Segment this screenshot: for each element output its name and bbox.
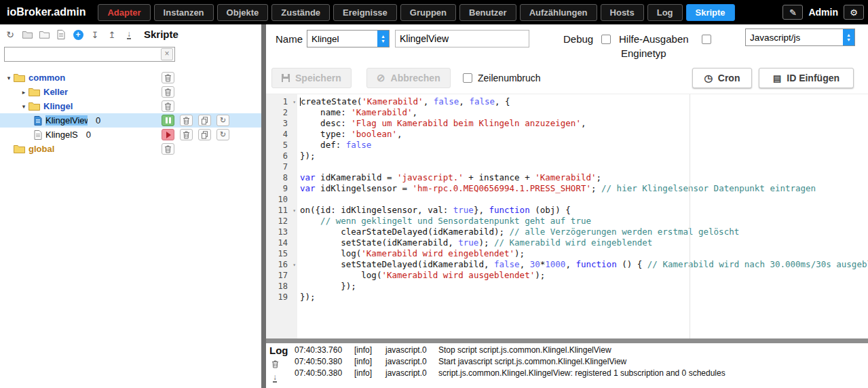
tree-item-klingel[interactable]: ▾Klingel xyxy=(0,99,261,113)
tree-item-klingelview[interactable]: KlingelView0↻ xyxy=(0,113,261,128)
import-icon[interactable]: ↥ xyxy=(105,28,119,41)
line-number[interactable]: 14 xyxy=(266,237,297,248)
new-script-icon[interactable] xyxy=(54,28,69,41)
collapse-arrow-icon[interactable]: ▾ xyxy=(4,75,14,81)
code-line[interactable]: }); xyxy=(300,292,868,303)
trash-button[interactable] xyxy=(162,72,174,83)
trash-button[interactable] xyxy=(162,86,174,98)
line-number[interactable]: 1▾ xyxy=(266,96,297,107)
log-entry[interactable]: 07:40:50.380[info]javascript.0Start java… xyxy=(295,356,868,368)
code-line[interactable]: var idKamerabild = 'javascript.' + insta… xyxy=(300,172,868,183)
code-line[interactable]: }); xyxy=(300,281,868,292)
fold-arrow-icon[interactable]: ▾ xyxy=(293,206,296,216)
download-log-icon[interactable]: ↓ xyxy=(273,374,277,383)
line-number[interactable]: 3 xyxy=(266,118,297,129)
line-number-gutter[interactable]: 1▾234567891011▾1213141516▾171819 xyxy=(266,94,297,338)
expand-arrow-icon[interactable]: ▸ xyxy=(19,89,29,96)
folder-select[interactable]: Klingel ▲▼ xyxy=(307,30,390,47)
settings-button[interactable]: ⚙ xyxy=(844,5,864,20)
code-line[interactable]: var idKlingelsensor = 'hm-rpc.0.MEQ06569… xyxy=(300,183,868,194)
line-number[interactable]: 10 xyxy=(266,194,297,205)
line-number[interactable]: 12 xyxy=(266,216,297,227)
tab-adapter[interactable]: Adapter xyxy=(98,4,150,21)
expand-all-icon[interactable] xyxy=(37,28,52,41)
tab-hosts[interactable]: Hosts xyxy=(601,4,644,21)
refresh-icon[interactable]: ↻ xyxy=(3,28,18,41)
tree-item-klingels[interactable]: KlingelS0↻ xyxy=(0,128,261,142)
save-button[interactable]: Speichern xyxy=(271,68,352,88)
tab-log[interactable]: Log xyxy=(647,4,683,21)
tab-gruppen[interactable]: Gruppen xyxy=(400,4,456,21)
select-spinner-icon[interactable]: ▲▼ xyxy=(843,29,854,45)
engine-select[interactable]: Javascript/js ▲▼ xyxy=(745,28,855,46)
copy-button[interactable] xyxy=(198,115,211,126)
line-number[interactable]: 6 xyxy=(266,151,297,161)
tree-item-global[interactable]: global xyxy=(0,142,261,156)
line-number[interactable]: 19 xyxy=(266,292,297,303)
code-line[interactable] xyxy=(300,161,868,172)
fold-arrow-icon[interactable]: ▾ xyxy=(293,97,296,108)
debug-checkbox[interactable] xyxy=(601,35,611,44)
search-input[interactable] xyxy=(5,48,161,60)
search-clear-icon[interactable]: × xyxy=(161,48,173,60)
code-line[interactable]: clearStateDelayed(idKamerabild); // alle… xyxy=(300,227,868,237)
vertical-splitter[interactable] xyxy=(261,24,266,388)
trash-button[interactable] xyxy=(180,115,193,126)
code-line[interactable]: type: 'boolean', xyxy=(300,129,868,140)
refresh-button[interactable]: ↻ xyxy=(216,115,229,126)
tab-skripte[interactable]: Skripte xyxy=(686,4,735,21)
collapse-arrow-icon[interactable]: ▾ xyxy=(19,103,29,110)
play-button[interactable] xyxy=(162,129,174,140)
log-entry[interactable]: 07:40:50.380[info]javascript.0script.js.… xyxy=(295,368,868,379)
line-number[interactable]: 7 xyxy=(266,161,297,172)
cron-button[interactable]: ◷ Cron xyxy=(692,68,752,88)
insert-id-button[interactable]: ▤ ID Einfügen xyxy=(759,68,854,88)
code-line[interactable]: }); xyxy=(300,151,868,161)
script-name-input[interactable] xyxy=(395,30,529,47)
line-number[interactable]: 16▾ xyxy=(266,259,297,270)
line-number[interactable]: 2 xyxy=(266,107,297,118)
code-line[interactable] xyxy=(300,194,868,205)
edit-user-button[interactable]: ✎ xyxy=(782,5,803,20)
tree-item-keller[interactable]: ▸Keller xyxy=(0,85,261,99)
log-entry[interactable]: 07:40:33.760[info]javascript.0Stop scrip… xyxy=(295,345,868,356)
trash-button[interactable] xyxy=(162,143,174,155)
horizontal-splitter[interactable] xyxy=(266,338,868,343)
code-line[interactable]: def: false xyxy=(300,140,868,151)
line-number[interactable]: 11▾ xyxy=(266,205,297,216)
code-line[interactable]: log('Kamerabild wird ausgeblendet'); xyxy=(300,270,868,281)
line-number[interactable]: 13 xyxy=(266,227,297,237)
line-number[interactable]: 15 xyxy=(266,248,297,259)
select-spinner-icon[interactable]: ▲▼ xyxy=(377,31,389,47)
tab-aufz-hlungen[interactable]: Aufzählungen xyxy=(520,4,597,21)
add-script-icon[interactable]: + xyxy=(71,28,86,41)
fold-arrow-icon[interactable]: ▾ xyxy=(293,260,296,271)
refresh-button[interactable]: ↻ xyxy=(216,129,229,140)
trash-button[interactable] xyxy=(180,129,193,140)
code-line[interactable]: // wenn geklingelt und Sensordatenpunkt … xyxy=(300,216,868,227)
code-line[interactable]: setState(idKamerabild, true); // Kamerab… xyxy=(300,237,868,248)
code-editor[interactable]: 1▾234567891011▾1213141516▾171819 createS… xyxy=(266,94,868,338)
line-number[interactable]: 18 xyxy=(266,281,297,292)
tab-benutzer[interactable]: Benutzer xyxy=(459,4,516,21)
pause-button[interactable] xyxy=(162,115,174,126)
code-line[interactable]: desc: 'Flag um Kamerabild beim Klingeln … xyxy=(300,118,868,129)
line-number[interactable]: 8 xyxy=(266,172,297,183)
tab-instanzen[interactable]: Instanzen xyxy=(154,4,214,21)
download-icon[interactable]: ↓ xyxy=(121,28,136,41)
tab-objekte[interactable]: Objekte xyxy=(217,4,269,21)
line-number[interactable]: 4 xyxy=(266,129,297,140)
code-line[interactable]: createState('Kamerabild', false, false, … xyxy=(300,96,868,107)
code-area[interactable]: createState('Kamerabild', false, false, … xyxy=(297,94,868,338)
line-number[interactable]: 17 xyxy=(266,270,297,281)
export-icon[interactable]: ↧ xyxy=(88,28,102,41)
tab-ereignisse[interactable]: Ereignisse xyxy=(333,4,397,21)
code-line[interactable]: name: 'Kamerabild', xyxy=(300,107,868,118)
line-number[interactable]: 9 xyxy=(266,183,297,194)
line-number[interactable]: 5 xyxy=(266,140,297,151)
tab-zust-nde[interactable]: Zustände xyxy=(271,4,330,21)
help-output-checkbox[interactable] xyxy=(702,35,711,44)
wordwrap-checkbox[interactable] xyxy=(463,73,472,83)
tree-item-common[interactable]: ▾common xyxy=(0,71,261,85)
trash-button[interactable] xyxy=(162,100,174,112)
